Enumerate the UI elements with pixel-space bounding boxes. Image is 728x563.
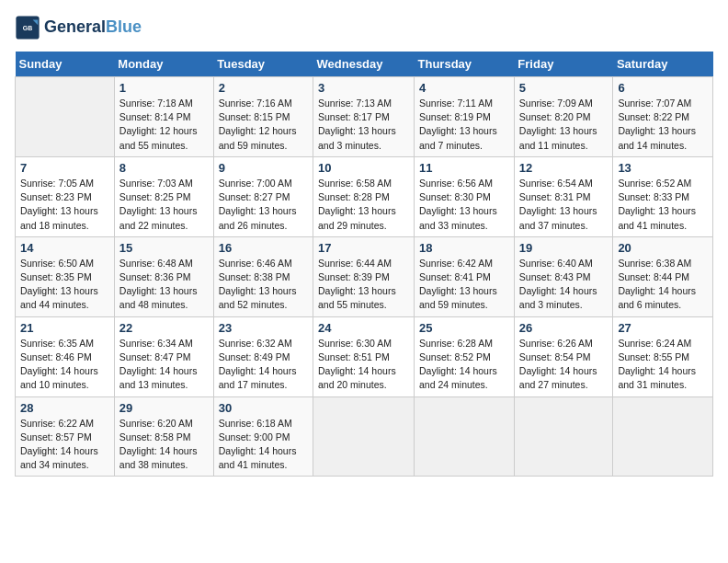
day-number: 20 xyxy=(618,241,708,255)
calendar-cell: 10 Sunrise: 6:58 AM Sunset: 8:28 PM Dayl… xyxy=(313,156,415,236)
day-number: 9 xyxy=(219,161,308,175)
day-info: Sunrise: 6:18 AM Sunset: 9:00 PM Dayligh… xyxy=(219,417,308,473)
calendar-cell: 18 Sunrise: 6:42 AM Sunset: 8:41 PM Dayl… xyxy=(415,236,515,316)
day-info: Sunrise: 7:11 AM Sunset: 8:19 PM Dayligh… xyxy=(419,97,509,153)
calendar-cell: 14 Sunrise: 6:50 AM Sunset: 8:35 PM Dayl… xyxy=(16,236,115,316)
calendar-cell: 23 Sunrise: 6:32 AM Sunset: 8:49 PM Dayl… xyxy=(213,316,313,396)
day-info: Sunrise: 6:54 AM Sunset: 8:31 PM Dayligh… xyxy=(519,177,609,233)
day-number: 5 xyxy=(519,81,609,95)
calendar-cell: 21 Sunrise: 6:35 AM Sunset: 8:46 PM Dayl… xyxy=(16,316,115,396)
calendar-week-row: 21 Sunrise: 6:35 AM Sunset: 8:46 PM Dayl… xyxy=(16,316,713,396)
day-number: 24 xyxy=(318,321,409,335)
weekday-header: Monday xyxy=(114,52,213,77)
calendar-cell: 15 Sunrise: 6:48 AM Sunset: 8:36 PM Dayl… xyxy=(114,236,213,316)
calendar-cell: 3 Sunrise: 7:13 AM Sunset: 8:17 PM Dayli… xyxy=(313,77,415,157)
day-number: 7 xyxy=(20,161,109,175)
calendar-cell xyxy=(415,396,515,477)
day-number: 6 xyxy=(618,81,708,95)
calendar-week-row: 14 Sunrise: 6:50 AM Sunset: 8:35 PM Dayl… xyxy=(16,236,713,316)
calendar-cell: 4 Sunrise: 7:11 AM Sunset: 8:19 PM Dayli… xyxy=(415,77,515,157)
calendar-cell: 12 Sunrise: 6:54 AM Sunset: 8:31 PM Dayl… xyxy=(514,156,613,236)
day-info: Sunrise: 6:34 AM Sunset: 8:47 PM Dayligh… xyxy=(119,337,209,393)
day-info: Sunrise: 6:32 AM Sunset: 8:49 PM Dayligh… xyxy=(219,337,308,393)
weekday-header: Saturday xyxy=(613,52,713,77)
day-number: 26 xyxy=(519,321,609,335)
calendar-week-row: 1 Sunrise: 7:18 AM Sunset: 8:14 PM Dayli… xyxy=(16,77,713,157)
day-number: 29 xyxy=(119,401,209,415)
day-info: Sunrise: 6:48 AM Sunset: 8:36 PM Dayligh… xyxy=(119,257,209,313)
day-number: 16 xyxy=(219,241,308,255)
day-number: 2 xyxy=(219,81,308,95)
day-info: Sunrise: 6:26 AM Sunset: 8:54 PM Dayligh… xyxy=(519,337,609,393)
day-info: Sunrise: 6:46 AM Sunset: 8:38 PM Dayligh… xyxy=(219,257,308,313)
day-info: Sunrise: 6:20 AM Sunset: 8:58 PM Dayligh… xyxy=(119,417,209,473)
weekday-header: Sunday xyxy=(16,52,115,77)
day-info: Sunrise: 7:16 AM Sunset: 8:15 PM Dayligh… xyxy=(219,97,308,153)
logo: GB GeneralBlue xyxy=(15,15,142,40)
calendar-cell: 17 Sunrise: 6:44 AM Sunset: 8:39 PM Dayl… xyxy=(313,236,415,316)
calendar-cell: 11 Sunrise: 6:56 AM Sunset: 8:30 PM Dayl… xyxy=(415,156,515,236)
logo-icon: GB xyxy=(15,15,40,40)
day-info: Sunrise: 6:44 AM Sunset: 8:39 PM Dayligh… xyxy=(318,257,409,313)
calendar-cell: 2 Sunrise: 7:16 AM Sunset: 8:15 PM Dayli… xyxy=(213,77,313,157)
day-number: 11 xyxy=(419,161,509,175)
calendar-cell: 20 Sunrise: 6:38 AM Sunset: 8:44 PM Dayl… xyxy=(613,236,713,316)
day-number: 17 xyxy=(318,241,409,255)
calendar-header-row: SundayMondayTuesdayWednesdayThursdayFrid… xyxy=(16,52,713,77)
day-number: 8 xyxy=(119,161,209,175)
day-number: 19 xyxy=(519,241,609,255)
day-number: 18 xyxy=(419,241,509,255)
day-number: 13 xyxy=(618,161,708,175)
calendar-cell: 27 Sunrise: 6:24 AM Sunset: 8:55 PM Dayl… xyxy=(613,316,713,396)
calendar-table: SundayMondayTuesdayWednesdayThursdayFrid… xyxy=(15,52,713,477)
weekday-header: Friday xyxy=(514,52,613,77)
calendar-body: 1 Sunrise: 7:18 AM Sunset: 8:14 PM Dayli… xyxy=(16,77,713,477)
day-info: Sunrise: 7:05 AM Sunset: 8:23 PM Dayligh… xyxy=(20,177,109,233)
day-info: Sunrise: 7:00 AM Sunset: 8:27 PM Dayligh… xyxy=(219,177,308,233)
day-number: 3 xyxy=(318,81,409,95)
day-info: Sunrise: 7:03 AM Sunset: 8:25 PM Dayligh… xyxy=(119,177,209,233)
calendar-cell: 13 Sunrise: 6:52 AM Sunset: 8:33 PM Dayl… xyxy=(613,156,713,236)
svg-text:GB: GB xyxy=(23,25,33,31)
day-info: Sunrise: 6:38 AM Sunset: 8:44 PM Dayligh… xyxy=(618,257,708,313)
day-number: 23 xyxy=(219,321,308,335)
day-number: 10 xyxy=(318,161,409,175)
calendar-cell: 30 Sunrise: 6:18 AM Sunset: 9:00 PM Dayl… xyxy=(213,396,313,477)
day-number: 22 xyxy=(119,321,209,335)
calendar-cell: 25 Sunrise: 6:28 AM Sunset: 8:52 PM Dayl… xyxy=(415,316,515,396)
day-info: Sunrise: 6:50 AM Sunset: 8:35 PM Dayligh… xyxy=(20,257,109,313)
calendar-cell xyxy=(16,77,115,157)
calendar-week-row: 7 Sunrise: 7:05 AM Sunset: 8:23 PM Dayli… xyxy=(16,156,713,236)
weekday-header: Thursday xyxy=(415,52,515,77)
day-info: Sunrise: 6:52 AM Sunset: 8:33 PM Dayligh… xyxy=(618,177,708,233)
calendar-cell: 1 Sunrise: 7:18 AM Sunset: 8:14 PM Dayli… xyxy=(114,77,213,157)
day-info: Sunrise: 6:58 AM Sunset: 8:28 PM Dayligh… xyxy=(318,177,409,233)
day-info: Sunrise: 7:13 AM Sunset: 8:17 PM Dayligh… xyxy=(318,97,409,153)
weekday-header: Tuesday xyxy=(213,52,313,77)
day-info: Sunrise: 7:09 AM Sunset: 8:20 PM Dayligh… xyxy=(519,97,609,153)
calendar-cell: 22 Sunrise: 6:34 AM Sunset: 8:47 PM Dayl… xyxy=(114,316,213,396)
day-info: Sunrise: 7:18 AM Sunset: 8:14 PM Dayligh… xyxy=(119,97,209,153)
calendar-cell xyxy=(514,396,613,477)
day-info: Sunrise: 6:30 AM Sunset: 8:51 PM Dayligh… xyxy=(318,337,409,393)
day-info: Sunrise: 6:35 AM Sunset: 8:46 PM Dayligh… xyxy=(20,337,109,393)
calendar-cell: 8 Sunrise: 7:03 AM Sunset: 8:25 PM Dayli… xyxy=(114,156,213,236)
calendar-cell: 16 Sunrise: 6:46 AM Sunset: 8:38 PM Dayl… xyxy=(213,236,313,316)
day-number: 15 xyxy=(119,241,209,255)
day-number: 30 xyxy=(219,401,308,415)
day-number: 27 xyxy=(618,321,708,335)
calendar-cell xyxy=(613,396,713,477)
day-number: 25 xyxy=(419,321,509,335)
calendar-cell: 28 Sunrise: 6:22 AM Sunset: 8:57 PM Dayl… xyxy=(16,396,115,477)
day-number: 12 xyxy=(519,161,609,175)
calendar-cell: 26 Sunrise: 6:26 AM Sunset: 8:54 PM Dayl… xyxy=(514,316,613,396)
calendar-cell: 7 Sunrise: 7:05 AM Sunset: 8:23 PM Dayli… xyxy=(16,156,115,236)
day-number: 4 xyxy=(419,81,509,95)
day-info: Sunrise: 6:56 AM Sunset: 8:30 PM Dayligh… xyxy=(419,177,509,233)
logo-text: GeneralBlue xyxy=(44,18,142,37)
day-info: Sunrise: 6:40 AM Sunset: 8:43 PM Dayligh… xyxy=(519,257,609,313)
day-info: Sunrise: 6:42 AM Sunset: 8:41 PM Dayligh… xyxy=(419,257,509,313)
calendar-week-row: 28 Sunrise: 6:22 AM Sunset: 8:57 PM Dayl… xyxy=(16,396,713,477)
page-header: GB GeneralBlue xyxy=(15,15,713,40)
calendar-cell: 6 Sunrise: 7:07 AM Sunset: 8:22 PM Dayli… xyxy=(613,77,713,157)
